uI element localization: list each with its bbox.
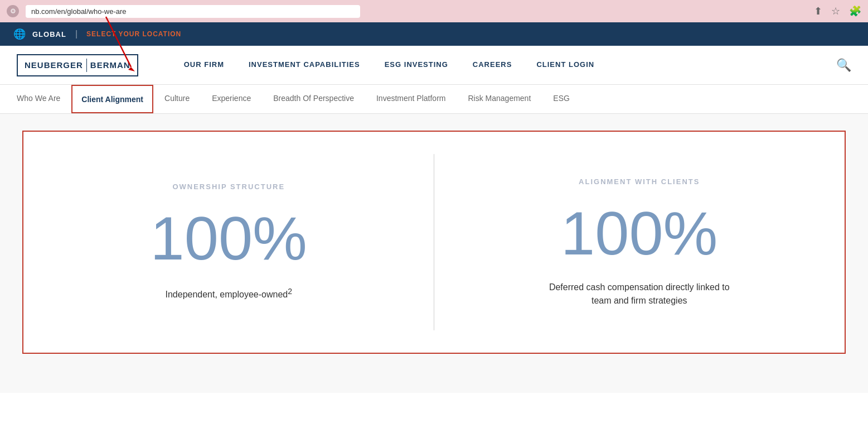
nav-item-esg-investing[interactable]: ESG INVESTING xyxy=(372,46,460,85)
main-nav: NEUBERGER BERMAN OUR FIRM INVESTMENT CAP… xyxy=(0,46,868,85)
nav-item-investment-capabilities[interactable]: INVESTMENT CAPABILITIES xyxy=(236,46,372,85)
sub-nav-experience[interactable]: Experience xyxy=(201,85,262,113)
nav-item-careers[interactable]: CAREERS xyxy=(460,46,525,85)
ownership-label: OWNERSHIP STRUCTURE xyxy=(172,182,285,191)
nav-item-client-login[interactable]: CLIENT LOGIN xyxy=(524,46,607,85)
sub-nav-client-alignment[interactable]: Client Alignment xyxy=(71,85,153,113)
bookmark-icon[interactable]: ☆ xyxy=(831,5,840,17)
nav-item-our-firm[interactable]: OUR FIRM xyxy=(172,46,236,85)
sub-nav: Who We Are Client Alignment Culture Expe… xyxy=(0,85,868,114)
ownership-percentage: 100% xyxy=(151,208,307,269)
extensions-icon[interactable]: 🧩 xyxy=(849,5,861,17)
alignment-description: Deferred cash compensation directly link… xyxy=(539,281,740,307)
ownership-description: Independent, employee-owned2 xyxy=(165,286,292,301)
content-box: OWNERSHIP STRUCTURE 100% Independent, em… xyxy=(22,131,846,354)
globe-icon: 🌐 xyxy=(13,28,26,40)
sub-nav-investment-platform[interactable]: Investment Platform xyxy=(365,85,457,113)
alignment-label: ALIGNMENT WITH CLIENTS xyxy=(579,177,700,186)
sub-nav-breadth-of-perspective[interactable]: Breadth Of Perspective xyxy=(262,85,365,113)
utility-bar: 🌐 GLOBAL | SELECT YOUR LOCATION xyxy=(0,22,868,46)
sub-nav-who-we-are[interactable]: Who We Are xyxy=(17,85,71,113)
ownership-superscript: 2 xyxy=(288,287,292,296)
alignment-clients-panel: ALIGNMENT WITH CLIENTS 100% Deferred cas… xyxy=(434,132,845,353)
url-bar[interactable]: nb.com/en/global/who-we-are xyxy=(26,5,360,18)
search-icon[interactable]: 🔍 xyxy=(836,58,851,73)
browser-actions: ⬆ ☆ 🧩 xyxy=(814,5,861,17)
share-icon[interactable]: ⬆ xyxy=(814,5,822,17)
global-label[interactable]: GLOBAL xyxy=(32,30,66,39)
sub-nav-esg[interactable]: ESG xyxy=(542,85,581,113)
sub-nav-culture[interactable]: Culture xyxy=(153,85,201,113)
nav-items: OUR FIRM INVESTMENT CAPABILITIES ESG INV… xyxy=(172,46,836,85)
separator: | xyxy=(75,29,77,39)
logo-berman: BERMAN xyxy=(90,60,130,70)
logo-divider xyxy=(86,59,87,72)
logo-neuberger: NEUBERGER xyxy=(25,60,83,70)
sub-nav-risk-management[interactable]: Risk Management xyxy=(457,85,542,113)
content-area: OWNERSHIP STRUCTURE 100% Independent, em… xyxy=(0,114,868,393)
ownership-structure-panel: OWNERSHIP STRUCTURE 100% Independent, em… xyxy=(23,132,434,353)
browser-bar: ⚙ nb.com/en/global/who-we-are ⬆ ☆ 🧩 xyxy=(0,0,868,22)
logo[interactable]: NEUBERGER BERMAN xyxy=(17,54,138,76)
alignment-percentage: 100% xyxy=(561,203,717,264)
browser-favicon: ⚙ xyxy=(7,5,19,17)
select-location[interactable]: SELECT YOUR LOCATION xyxy=(86,30,181,38)
